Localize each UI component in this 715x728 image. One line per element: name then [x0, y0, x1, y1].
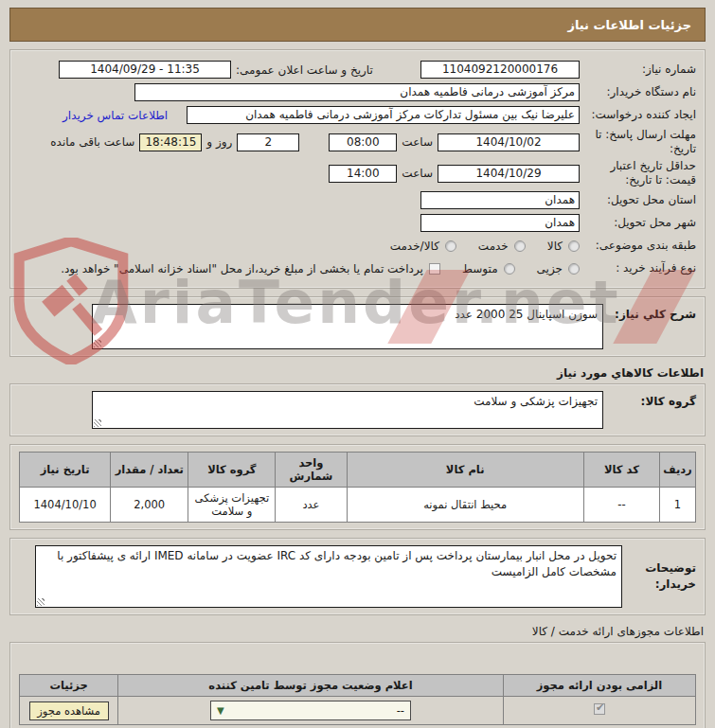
col-license-details: جزئیات — [20, 675, 118, 697]
license-required-checkbox[interactable] — [594, 703, 605, 715]
col-row-number: ردیف — [659, 453, 695, 488]
radio-medium-label: متوسط — [462, 262, 498, 275]
need-number-input[interactable]: 1104092120000176 — [420, 61, 580, 79]
cell-quantity: 2,000 — [111, 488, 188, 523]
need-number-label: شماره نیاز: — [584, 62, 696, 77]
license-status-select[interactable]: -- ▼ — [210, 701, 411, 720]
delivery-city-row: شهر محل تحویل: همدان — [19, 213, 696, 233]
buyer-notes-textarea[interactable]: تحویل در محل انبار بیمارستان پرداخت پس ا… — [35, 545, 622, 608]
treasury-note-option: پرداخت تمام یا بخشی از مبلغ خرید،از محل … — [61, 262, 440, 275]
textarea-resize-handle[interactable] — [94, 340, 101, 347]
license-status-value: -- — [397, 704, 404, 718]
cell-license-status: -- ▼ — [118, 697, 504, 725]
page-title-bar: جزئیات اطلاعات نیاز — [9, 8, 706, 42]
goods-section-header: اطلاعات کالاهاي مورد نیاز — [9, 366, 704, 380]
process-type-option-partial: جزیی — [537, 262, 580, 275]
col-count-unit: واحد شمارش — [276, 453, 347, 488]
goods-group-section: گروه کالا: تجهیزات پزشکی و سلامت — [9, 383, 706, 436]
col-license-required: الزامی بودن ارائه مجوز — [503, 675, 695, 697]
radio-partial-label: جزیی — [537, 262, 563, 275]
buyer-org-label: نام دستگاه خریدار: — [584, 85, 696, 99]
need-desc-label: شرح کلي نیاز: — [609, 304, 696, 321]
radio-medium[interactable] — [504, 263, 515, 275]
subject-class-option-goods-service: کالا/خدمت — [390, 240, 456, 253]
delivery-city-input[interactable]: همدان — [420, 214, 580, 232]
buyer-org-input[interactable]: مرکز آموزشی درمانی فاطمیه همدان — [134, 83, 580, 101]
reply-deadline-row: مهلت ارسال پاسخ: تا تاریخ: 1404/10/02 سا… — [19, 128, 696, 156]
treasury-note-label: پرداخت تمام یا بخشی از مبلغ خرید،از محل … — [61, 262, 423, 275]
delivery-province-row: استان محل تحویل: همدان — [19, 190, 696, 210]
need-info-section: شماره نیاز: 1104092120000176 تاریخ و ساع… — [9, 49, 706, 289]
goods-table: ردیف کد کالا نام کالا واحد شمارش گروه کا… — [19, 452, 696, 523]
price-validity-time-label: ساعت — [402, 167, 433, 180]
reply-deadline-time-label: ساعت — [402, 135, 433, 149]
process-type-option-medium: متوسط — [462, 262, 515, 275]
hours-remaining-label: ساعت باقی مانده — [50, 135, 134, 149]
cell-license-required — [503, 697, 695, 725]
cell-need-date: 1404/10/10 — [20, 488, 111, 523]
goods-group-text: تجهیزات پزشکی و سلامت — [474, 395, 598, 408]
license-table: الزامی بودن ارائه مجوز اعلام وضعیت مجوز … — [19, 674, 696, 725]
buyer-notes-section: توضیحات خریدار: تحویل در محل انبار بیمار… — [9, 538, 706, 615]
reply-deadline-time-input[interactable]: 08:00 — [329, 133, 397, 151]
cell-goods-name: محیط انتقال نمونه — [347, 488, 583, 523]
goods-table-header-row: ردیف کد کالا نام کالا واحد شمارش گروه کا… — [20, 453, 696, 488]
process-type-label: نوع فرآیند خرید : — [584, 261, 696, 275]
col-quantity: تعداد / مقدار — [111, 453, 188, 488]
textarea-resize-handle[interactable] — [37, 598, 45, 606]
page-title: جزئیات اطلاعات نیاز — [567, 18, 691, 32]
license-table-header-row: الزامی بودن ارائه مجوز اعلام وضعیت مجوز … — [20, 675, 696, 697]
col-goods-code: کد کالا — [583, 453, 659, 488]
buyer-notes-label: توضیحات خریدار: — [628, 560, 696, 593]
need-number-row: شماره نیاز: 1104092120000176 تاریخ و ساع… — [19, 60, 696, 80]
page: جزئیات اطلاعات نیاز شماره نیاز: 11040921… — [0, 0, 715, 728]
col-license-status: اعلام وضعیت مجوز توسط تامین کننده — [118, 675, 504, 697]
subject-class-option-service: خدمت — [478, 240, 526, 253]
cell-row-number: 1 — [659, 488, 695, 523]
treasury-checkbox[interactable] — [429, 263, 440, 275]
request-creator-row: ایجاد کننده درخواست: علیرضا نیک بین مسئو… — [19, 105, 696, 125]
need-desc-section: شرح کلي نیاز: سوزن اسپاینال 25 2000 عدد — [9, 296, 706, 357]
col-need-date: تاریخ نیاز — [20, 453, 111, 488]
radio-goods[interactable] — [568, 240, 580, 252]
cell-goods-group: تجهیزات پزشکی و سلامت — [188, 488, 276, 523]
col-goods-name: نام کالا — [347, 453, 583, 488]
announce-datetime-label: تاریخ و ساعت اعلان عمومی: — [236, 63, 373, 77]
radio-service-label: خدمت — [478, 240, 509, 253]
subject-class-row: طبقه بندی موضوعی: کالا خدمت کالا/خدمت — [19, 236, 696, 256]
need-desc-textarea[interactable]: سوزن اسپاینال 25 2000 عدد — [92, 304, 603, 349]
license-section-header: اطلاعات مجوزهای ارائه خدمت / کالا — [9, 625, 704, 638]
price-validity-date-input[interactable]: 1404/10/29 — [438, 165, 580, 183]
radio-service[interactable] — [514, 240, 526, 252]
radio-goods-service[interactable] — [445, 240, 456, 252]
price-validity-time-input[interactable]: 14:00 — [329, 165, 397, 183]
license-table-row: -- ▼ مشاهده مجوز — [20, 697, 696, 725]
cell-goods-code: -- — [583, 488, 659, 523]
buyer-contact-link[interactable]: اطلاعات تماس خریدار — [63, 109, 168, 122]
request-creator-label: ایجاد کننده درخواست: — [584, 108, 696, 122]
delivery-province-label: استان محل تحویل: — [584, 193, 696, 207]
price-validity-label: حداقل تاریخ اعتبار قیمت: تا تاریخ: — [584, 159, 696, 187]
cell-count-unit: عدد — [276, 488, 347, 523]
reply-deadline-date-input[interactable]: 1404/10/02 — [438, 133, 580, 151]
textarea-resize-handle[interactable] — [94, 419, 101, 427]
request-creator-input[interactable]: علیرضا نیک بین مسئول تدارکات مرکز آموزشی… — [187, 106, 580, 124]
days-and-label: روز و — [206, 135, 232, 149]
buyer-org-row: نام دستگاه خریدار: مرکز آموزشی درمانی فا… — [19, 82, 696, 102]
need-desc-text: سوزن اسپاینال 25 2000 عدد — [455, 308, 598, 321]
view-license-button[interactable]: مشاهده مجوز — [29, 701, 109, 720]
days-remaining-input: 2 — [237, 133, 299, 151]
countdown-timer: 18:48:15 — [139, 133, 202, 151]
delivery-province-input[interactable]: همدان — [420, 191, 580, 209]
license-section: الزامی بودن ارائه مجوز اعلام وضعیت مجوز … — [9, 642, 706, 728]
radio-goods-service-label: کالا/خدمت — [390, 240, 439, 253]
goods-table-section: ردیف کد کالا نام کالا واحد شمارش گروه کا… — [9, 444, 706, 530]
goods-group-textarea[interactable]: تجهیزات پزشکی و سلامت — [92, 391, 603, 429]
col-goods-group: گروه کالا — [188, 453, 276, 488]
chevron-down-icon: ▼ — [217, 705, 224, 716]
process-type-row: نوع فرآیند خرید : جزیی متوسط پرداخت تمام… — [19, 258, 696, 278]
cell-license-details: مشاهده مجوز — [20, 697, 118, 725]
announce-datetime-input[interactable]: 1404/09/29 - 11:35 — [59, 61, 231, 79]
reply-deadline-label: مهلت ارسال پاسخ: تا تاریخ: — [584, 128, 696, 156]
radio-partial[interactable] — [568, 263, 580, 275]
